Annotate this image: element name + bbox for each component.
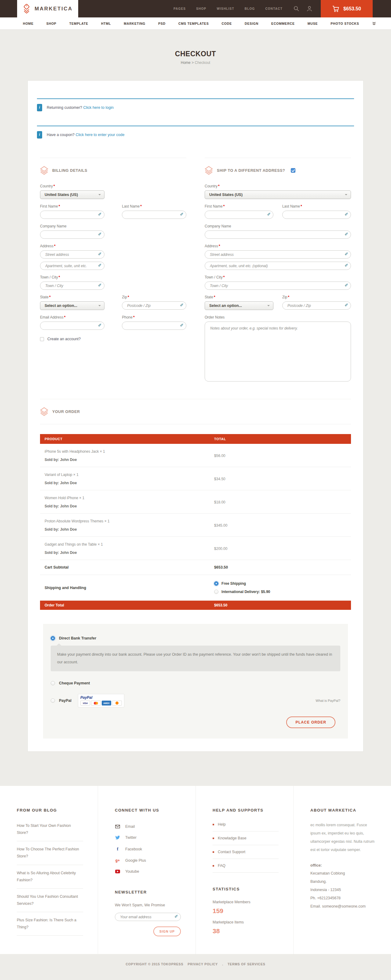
stat-members-value: 159 (213, 907, 278, 915)
billing-country-select[interactable]: United States (US) (40, 191, 105, 199)
nav-code[interactable]: CODE (221, 22, 232, 25)
newsletter-signup-button[interactable]: SIGN UP (153, 926, 181, 936)
top-nav-pages[interactable]: PAGES (173, 7, 186, 10)
newsletter-email-input[interactable] (115, 913, 181, 921)
nav-ecommerce[interactable]: ECOMMERCE (271, 22, 295, 25)
nav-cms-templates[interactable]: CMS TEMPLATES (178, 22, 209, 25)
billing-email-input[interactable] (40, 321, 105, 330)
cart-subtotal-row: Cart Subtotal $653.50 (40, 560, 351, 575)
blog-post-link[interactable]: How To Start Your Own Fashion Store? (17, 821, 83, 841)
cart-button[interactable]: $653.50 (321, 0, 373, 18)
top-nav-blog[interactable]: BLOG (245, 7, 255, 10)
newsletter-tagline: We Won't Spam, We Promise (115, 903, 181, 907)
blog-post-link[interactable]: Plus Size Fashion: Is There Such a Thing… (17, 912, 83, 935)
help-link[interactable]: FAQ (213, 859, 278, 873)
privacy-policy-link[interactable]: PRIVACY POLICY (188, 962, 218, 966)
shipping-state-select[interactable]: Select an option... (205, 301, 273, 310)
payment-paypal[interactable]: PayPal PayPal VISA AMEX What is PayPal? (51, 694, 340, 707)
user-account-icon[interactable] (307, 6, 312, 12)
billing-street-input[interactable] (40, 250, 105, 259)
stat-items-value: 38 (213, 928, 278, 935)
connect-google-plus-link[interactable]: g+ Google Plus (115, 855, 181, 866)
nav-design[interactable]: DESIGN (245, 22, 258, 25)
blog-post-link[interactable]: How To Choose The Perfect Fashion Store? (17, 841, 83, 865)
ship-different-address-checkbox[interactable] (291, 168, 296, 173)
billing-email-label: Email Address (40, 315, 64, 320)
what-is-paypal-link[interactable]: What is PayPal? (316, 699, 340, 702)
shipping-last-name-input[interactable] (282, 211, 351, 219)
blog-post-link[interactable]: Should You Use Fashion Consultant Servic… (17, 889, 83, 912)
coupon-link[interactable]: Click here to enter your code (76, 133, 125, 137)
shipping-company-input[interactable] (205, 231, 351, 239)
billing-country-label: Country (40, 184, 53, 188)
help-link[interactable]: Knowladge Base (213, 832, 278, 845)
order-notes-textarea[interactable] (205, 321, 351, 382)
brand-logo[interactable]: MARKETICA (17, 0, 78, 18)
shipping-street-input[interactable] (205, 250, 351, 259)
payment-cheque[interactable]: Cheque Payment (51, 681, 340, 685)
shipping-town-input[interactable] (205, 282, 351, 290)
copyright-text: COPYRIGHT © 2015 TOKOPRESS (126, 962, 183, 966)
billing-zip-input[interactable] (122, 301, 186, 310)
square-bullet-icon (213, 851, 214, 853)
connect-email-link[interactable]: Email (115, 821, 181, 832)
shipping-country-select[interactable]: United States (US) (205, 191, 351, 199)
page-title-band: CHECKOUT Home > Checkout (0, 30, 391, 78)
create-account-checkbox[interactable] (40, 337, 44, 341)
breadcrumb-home[interactable]: Home (181, 60, 191, 65)
product-name: Gadget and Things on the Table × 1 (45, 542, 214, 547)
nav-template[interactable]: TEMPLATE (69, 22, 88, 25)
radio-icon[interactable] (51, 681, 55, 685)
shipping-apartment-input[interactable] (205, 262, 351, 270)
shipping-section: SHIP TO A DIFFERENT ADDRESS? Country* Un… (205, 158, 351, 388)
help-link[interactable]: Help (213, 821, 278, 832)
nav-muse[interactable]: MUSE (308, 22, 318, 25)
place-order-button[interactable]: PLACE ORDER (286, 716, 335, 728)
billing-state-label: State (40, 295, 49, 299)
connect-facebook-link[interactable]: f Facebook (115, 843, 181, 855)
nav-html[interactable]: HTML (101, 22, 111, 25)
shipping-option-free[interactable]: Free Shipping (214, 581, 351, 585)
order-total-label: Order Total (40, 603, 214, 608)
top-nav-wishlist[interactable]: WISHLIST (216, 7, 234, 10)
help-link[interactable]: Contact Support (213, 845, 278, 859)
billing-last-name-input[interactable] (122, 211, 186, 219)
nav-photo-stocks[interactable]: PHOTO STOCKS (331, 22, 359, 25)
connect-twitter-link[interactable]: Twitter (115, 832, 181, 843)
terms-link[interactable]: TERMS OF SERVICES (227, 962, 265, 966)
radio-selected-icon[interactable] (51, 636, 55, 640)
footer-blog-heading: FROM OUR BLOG (17, 808, 83, 813)
login-link[interactable]: Click here to login (83, 105, 114, 110)
billing-state-select[interactable]: Select an option... (40, 301, 105, 310)
shipping-last-name-label: Last Name (282, 204, 300, 208)
order-total-row: Order Total $653.50 (40, 601, 351, 610)
payment-bank-transfer[interactable]: Direct Bank Transfer (51, 636, 340, 640)
nav-psd[interactable]: PSD (158, 22, 165, 25)
office-line: Ph. +6212345678 (310, 894, 376, 902)
radio-selected-icon[interactable] (214, 581, 218, 585)
top-nav-shop[interactable]: SHOP (196, 7, 206, 10)
blog-post-link[interactable]: What is So Alluring About Celebrity Fash… (17, 865, 83, 889)
radio-icon[interactable] (51, 698, 55, 703)
radio-icon[interactable] (214, 590, 218, 594)
bank-transfer-description: Make your payment directly into our bank… (51, 646, 340, 671)
top-nav-contact[interactable]: CONTACT (265, 7, 283, 10)
nav-marketing[interactable]: MARKETING (124, 22, 145, 25)
nav-shop[interactable]: SHOP (46, 22, 57, 25)
search-icon[interactable] (294, 6, 299, 12)
billing-town-input[interactable] (40, 282, 105, 290)
chevron-double-down-icon[interactable] (372, 22, 376, 25)
billing-phone-input[interactable] (122, 321, 186, 330)
nav-home[interactable]: HOME (23, 22, 33, 25)
shipping-zip-input[interactable] (282, 301, 351, 310)
product-seller: Sold by: John Doe (45, 504, 214, 508)
shipping-option-international[interactable]: International Delivery: $5.90 (214, 590, 351, 594)
billing-apartment-input[interactable] (40, 262, 105, 270)
billing-first-name-input[interactable] (40, 211, 105, 219)
billing-company-input[interactable] (40, 231, 105, 239)
product-total: $18.00 (214, 500, 226, 504)
shipping-first-name-input[interactable] (205, 211, 273, 219)
shipping-address-label: Address (205, 244, 218, 248)
footer-help-column: HELP AND SUPPORTS Help Knowladge Base Co… (196, 786, 293, 954)
connect-youtube-link[interactable]: Youtube (115, 866, 181, 877)
